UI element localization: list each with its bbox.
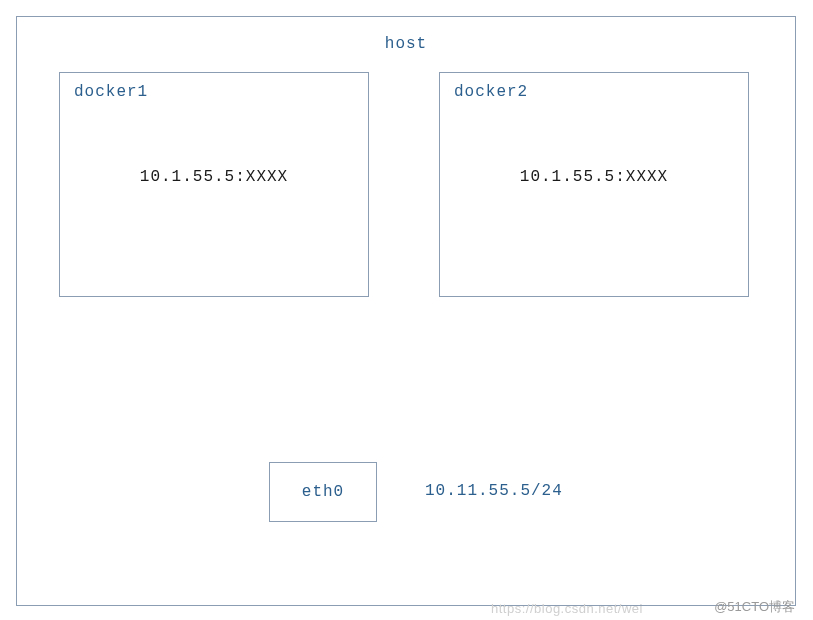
eth0-box: eth0 (269, 462, 377, 522)
docker1-label: docker1 (74, 83, 148, 101)
host-label: host (385, 35, 427, 53)
docker2-ip: 10.1.55.5:XXXX (520, 168, 668, 186)
docker1-box: docker1 10.1.55.5:XXXX (59, 72, 369, 297)
watermark-attribution: @51CTO博客 (714, 598, 795, 616)
docker2-box: docker2 10.1.55.5:XXXX (439, 72, 749, 297)
eth0-label: eth0 (302, 483, 344, 501)
docker2-label: docker2 (454, 83, 528, 101)
docker1-ip: 10.1.55.5:XXXX (140, 168, 288, 186)
eth0-ip: 10.11.55.5/24 (425, 482, 563, 500)
watermark-url: https://blog.csdn.net/wei (491, 601, 643, 616)
host-container: host docker1 10.1.55.5:XXXX docker2 10.1… (16, 16, 796, 606)
